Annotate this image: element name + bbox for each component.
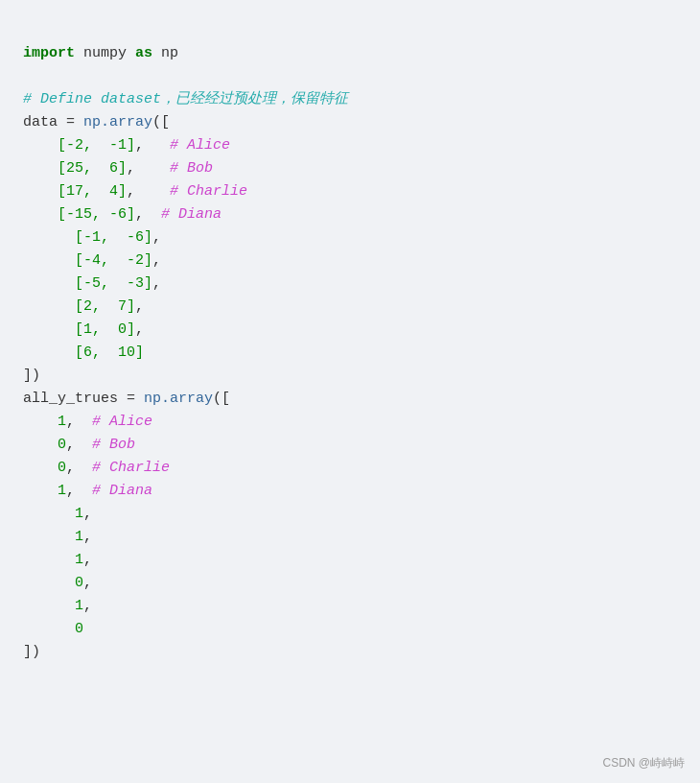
line-12: [2, 7], <box>23 298 144 315</box>
line-11: [-5, -3], <box>23 275 161 292</box>
line-26: 0 <box>23 621 83 637</box>
watermark: CSDN @峙峙峙 <box>602 755 685 771</box>
line-4: data = np.array([ <box>23 114 170 130</box>
line-19: 0, # Charlie <box>23 460 170 476</box>
line-7: [17, 4], # Charlie <box>23 183 247 200</box>
line-15: ]) <box>23 368 40 384</box>
line-1: import numpy as np <box>23 45 178 61</box>
line-24: 0, <box>23 575 92 591</box>
line-16: all_y_trues = np.array([ <box>23 391 230 407</box>
line-22: 1, <box>23 529 92 545</box>
line-6: [25, 6], # Bob <box>23 160 213 177</box>
line-23: 1, <box>23 552 92 568</box>
line-14: [6, 10] <box>23 344 144 361</box>
line-17: 1, # Alice <box>23 414 152 430</box>
line-10: [-4, -2], <box>23 252 161 269</box>
line-5: [-2, -1], # Alice <box>23 137 230 154</box>
line-27: ]) <box>23 644 40 660</box>
line-18: 0, # Bob <box>23 437 135 453</box>
line-3: # Define dataset，已经经过预处理，保留特征 <box>23 91 348 107</box>
code-container: import numpy as np # Define dataset，已经经过… <box>0 0 700 783</box>
code-block: import numpy as np # Define dataset，已经经过… <box>23 19 677 687</box>
line-21: 1, <box>23 506 92 522</box>
line-8: [-15, -6], # Diana <box>23 206 222 223</box>
line-9: [-1, -6], <box>23 229 161 246</box>
line-25: 1, <box>23 598 92 614</box>
line-13: [1, 0], <box>23 321 144 338</box>
line-20: 1, # Diana <box>23 483 152 499</box>
